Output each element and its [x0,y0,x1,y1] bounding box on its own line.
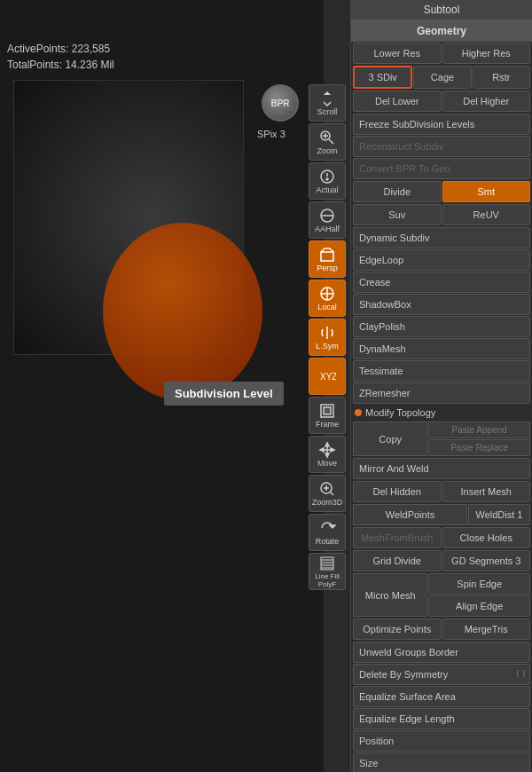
gd-segments-button[interactable]: GD Segments 3 [442,550,531,571]
stats-area: ActivePoints: 223,585 TotalPoints: 14.23… [7,43,114,71]
subdivision-tooltip: Subdivision Level [164,382,284,406]
dot-icon [355,409,362,416]
svg-marker-22 [320,448,324,452]
svg-line-25 [330,492,333,495]
meshbrush-holes-row: MeshFromBrush Close Holes [351,526,532,549]
tessimate-button[interactable]: Tessimate [353,360,530,382]
aahalf-button[interactable]: AAHalf [309,201,346,239]
zoom3d-button[interactable]: Zoom3D [309,475,346,512]
svg-point-6 [326,178,328,180]
weld-dist-button[interactable]: WeldDist 1 [468,504,530,525]
micro-mesh-area: Micro Mesh Spin Edge Align Edge [351,572,532,618]
align-edge-button[interactable]: Align Edge [428,595,530,617]
equalize-surface-area-button[interactable]: Equalize Surface Area [353,686,530,707]
claypolish-button[interactable]: ClayPolish [353,316,530,337]
scroll-button[interactable]: Scroll [309,84,346,122]
actual-button[interactable]: Actual [309,162,346,200]
crease-button[interactable]: Crease [353,272,530,293]
sdiv-row: 3 SDiv Cage Rstr [351,65,532,90]
svg-rect-9 [321,252,333,261]
equalize-edge-length-button[interactable]: Equalize Edge Length [353,708,530,729]
grid-divide-button[interactable]: Grid Divide [353,550,442,571]
copy-paste-area: Copy Paste Append Paste Replace [351,421,532,457]
reuv-button[interactable]: ReUV [442,204,531,225]
del-row: Del Lower Del Higher [351,90,532,113]
dynamic-subdiv-button[interactable]: Dynamic Subdiv [353,227,530,248]
divide-row: Divide Smt [351,180,532,203]
linefill-button[interactable]: Line Fill PolyF [309,553,346,590]
zremesher-button[interactable]: ZRemesher [353,382,530,404]
size-button[interactable]: Size [353,752,530,772]
optimize-points-button[interactable]: Optimize Points [353,618,442,640]
grid-divide-row: Grid Divide GD Segments 3 [351,549,532,572]
spin-stack: Spin Edge Align Edge [428,573,530,617]
geometry-section-header[interactable]: Geometry [351,20,532,42]
expand-icon: ⟨ ⟩ [516,669,526,678]
sdiv-button[interactable]: 3 SDiv [353,66,412,89]
svg-marker-20 [325,443,329,446]
res-row: Lower Res Higher Res [351,42,532,65]
optimize-merge-row: Optimize Points MergeTris [351,618,532,641]
lsym-button[interactable]: L.Sym [309,319,346,356]
frame-button[interactable]: Frame [309,397,346,434]
del-hidden-button[interactable]: Del Hidden [353,481,442,502]
local-button[interactable]: Local [309,280,346,317]
svg-text:XYZ: XYZ [320,372,336,382]
divide-button[interactable]: Divide [353,181,442,202]
canvas-area[interactable] [13,80,244,355]
unweld-groups-button[interactable]: Unweld Groups Border [353,642,530,663]
paste-stack: Paste Append Paste Replace [428,421,530,456]
bpr-button[interactable]: BPR [262,84,299,122]
shadowbox-button[interactable]: ShadowBox [353,294,530,315]
persp-button[interactable]: Persp [309,240,346,278]
rotate-button[interactable]: Rotate [309,514,346,551]
copy-button[interactable]: Copy [353,421,427,456]
close-holes-button[interactable]: Close Holes [442,527,531,548]
svg-marker-23 [331,448,334,452]
mirror-and-weld-button[interactable]: Mirror And Weld [353,458,530,479]
higher-res-button[interactable]: Higher Res [442,43,531,64]
edgeloop-button[interactable]: EdgeLoop [353,249,530,271]
svg-marker-21 [325,453,329,457]
rstr-button[interactable]: Rstr [473,66,530,89]
svg-marker-28 [330,525,335,528]
weld-points-button[interactable]: WeldPoints [353,504,467,525]
xyz-button[interactable]: XYZ [309,358,346,395]
position-button[interactable]: Position [353,730,530,752]
suv-button[interactable]: Suv [353,204,442,225]
move-button[interactable]: Move [309,436,346,473]
lower-res-button[interactable]: Lower Res [353,43,442,64]
subtool-header[interactable]: Subtool [351,0,532,20]
svg-rect-19 [324,407,331,414]
zoom-button[interactable]: Zoom [309,123,346,161]
merge-tris-button[interactable]: MergeTris [442,618,531,640]
modify-topology-label: Modify Topology [351,405,532,421]
insert-mesh-button[interactable]: Insert Mesh [442,481,531,502]
spin-edge-button[interactable]: Spin Edge [428,573,530,595]
reconstruct-subdiv-button[interactable]: Reconstruct Subdiv [353,136,530,157]
dynamesh-button[interactable]: DynaMesh [353,338,530,359]
cage-button[interactable]: Cage [413,66,471,89]
mesh-from-brush-button[interactable]: MeshFromBrush [353,527,442,548]
mesh-preview [103,223,262,400]
suv-row: Suv ReUV [351,203,532,226]
freeze-subdiv-button[interactable]: Freeze SubDivision Levels [353,114,530,135]
svg-line-1 [329,139,333,144]
delete-by-symmetry-button[interactable]: Delete By Symmetry ⟨ ⟩ [353,664,530,685]
right-panel: Subtool Geometry Lower Res Higher Res 3 … [350,0,532,772]
convert-bpr-button[interactable]: Convert BPR To Geo [353,158,530,179]
smt-button[interactable]: Smt [442,181,531,202]
micro-mesh-button[interactable]: Micro Mesh [353,573,427,617]
del-higher-button[interactable]: Del Higher [442,91,531,112]
weld-row: WeldPoints WeldDist 1 [351,503,532,526]
spix-label: SPix 3 [257,129,286,139]
paste-replace-button[interactable]: Paste Replace [428,439,530,456]
del-lower-button[interactable]: Del Lower [353,91,442,112]
active-points: ActivePoints: 223,585 [7,43,114,55]
paste-append-button[interactable]: Paste Append [428,421,530,438]
right-toolbar: Scroll Zoom Actual AAHalf Persp Local L.… [309,84,346,590]
total-points: TotalPoints: 14.236 Mil [7,59,114,71]
hidden-insert-row: Del Hidden Insert Mesh [351,480,532,503]
